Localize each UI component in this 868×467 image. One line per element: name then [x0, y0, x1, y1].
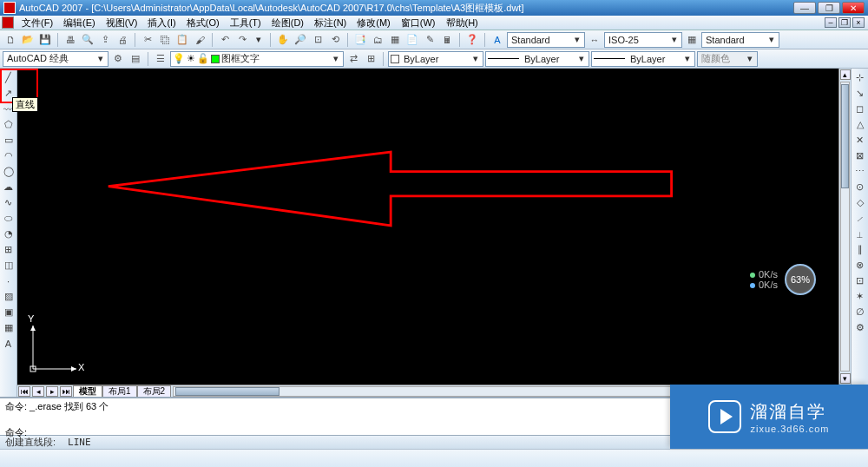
- match-icon[interactable]: 🖌: [192, 32, 207, 48]
- plot-icon[interactable]: 🖨: [115, 32, 130, 48]
- rectangle-icon[interactable]: ▭: [1, 133, 16, 148]
- parallel-icon[interactable]: ∥: [852, 242, 867, 257]
- layer-prev-icon[interactable]: ⇄: [345, 51, 361, 67]
- ws-settings-icon[interactable]: ⚙: [110, 51, 126, 67]
- workspace-combo[interactable]: AutoCAD 经典▾: [3, 51, 108, 67]
- menu-window[interactable]: 窗口(W): [397, 16, 440, 30]
- textstyle-icon[interactable]: A: [490, 32, 505, 48]
- extension-icon[interactable]: ⋯: [852, 164, 867, 179]
- ellipse-icon[interactable]: ⬭: [1, 211, 16, 226]
- zoom-prev-icon[interactable]: ⟲: [327, 32, 343, 48]
- perp-icon[interactable]: ⟂: [852, 227, 867, 241]
- layerprops-icon[interactable]: ☰: [153, 51, 168, 67]
- scroll-thumb-h[interactable]: [175, 387, 279, 396]
- close-button[interactable]: ✕: [842, 2, 865, 14]
- dimstyle-combo[interactable]: ISO-25▾: [604, 32, 682, 48]
- menu-draw[interactable]: 绘图(D): [267, 16, 308, 30]
- scroll-down-icon[interactable]: ▾: [840, 373, 851, 384]
- lineweight-combo[interactable]: ByLayer▾: [591, 51, 695, 67]
- menu-edit[interactable]: 编辑(E): [59, 16, 100, 30]
- spline-icon[interactable]: ∿: [1, 195, 16, 210]
- cpu-percent[interactable]: 63%: [785, 264, 816, 295]
- minimize-button[interactable]: —: [793, 2, 816, 14]
- tab-layout1[interactable]: 布局1: [102, 385, 137, 397]
- paste-icon[interactable]: 📋: [174, 32, 190, 48]
- tab-layout2[interactable]: 布局2: [137, 385, 172, 397]
- calc-icon[interactable]: 🖩: [439, 32, 455, 48]
- tab-nav-last[interactable]: ⏭: [60, 386, 72, 397]
- props-icon[interactable]: 📑: [352, 32, 368, 48]
- hatch-icon[interactable]: ▨: [1, 289, 16, 304]
- doc-icon[interactable]: [2, 16, 14, 29]
- pan-icon[interactable]: ✋: [275, 32, 291, 48]
- revcloud-icon[interactable]: ☁: [1, 180, 16, 194]
- menu-file[interactable]: 文件(F): [17, 16, 57, 30]
- menu-insert[interactable]: 插入(I): [143, 16, 180, 30]
- nearest-icon[interactable]: ✶: [852, 289, 867, 304]
- osnap-settings-icon[interactable]: ⚙: [852, 320, 867, 335]
- print-icon[interactable]: 🖶: [62, 32, 78, 48]
- open-icon[interactable]: 📂: [20, 32, 36, 48]
- tangent-icon[interactable]: ⟋: [852, 211, 867, 226]
- undo-icon[interactable]: ↶: [217, 32, 233, 48]
- color-combo[interactable]: ByLayer▾: [388, 51, 483, 67]
- region-icon[interactable]: ▣: [1, 305, 16, 319]
- redo-icon[interactable]: ↷: [234, 32, 250, 48]
- menu-dim[interactable]: 标注(N): [310, 16, 351, 30]
- maximize-button[interactable]: ❐: [818, 2, 840, 14]
- layer-state-icon[interactable]: ⊞: [363, 51, 378, 67]
- endpoint-icon[interactable]: ◻: [852, 102, 867, 116]
- insert-icon[interactable]: ⊡: [852, 273, 867, 288]
- menu-format[interactable]: 格式(O): [182, 16, 224, 30]
- copy-icon[interactable]: ⿻: [157, 32, 173, 48]
- midpoint-icon[interactable]: △: [852, 117, 867, 132]
- menu-tools[interactable]: 工具(T): [226, 16, 266, 30]
- none-icon[interactable]: ∅: [852, 305, 867, 319]
- arc-icon[interactable]: ◠: [1, 148, 16, 163]
- temp-track-icon[interactable]: ⊹: [852, 70, 867, 85]
- linetype-combo[interactable]: ByLayer▾: [485, 51, 589, 67]
- node-icon[interactable]: ⊗: [852, 258, 867, 273]
- publish-icon[interactable]: ⇪: [97, 32, 113, 48]
- undo-dropdown[interactable]: ▾: [252, 32, 266, 48]
- tab-nav-prev[interactable]: ◂: [32, 386, 44, 397]
- tablestyle-combo[interactable]: Standard▾: [701, 32, 779, 48]
- tpalette-icon[interactable]: ▦: [387, 32, 403, 48]
- tablestyle-icon[interactable]: ▦: [684, 32, 700, 48]
- model-canvas[interactable]: X Y 0K/s 0K/s 63%: [17, 69, 838, 385]
- mdi-restore[interactable]: ❐: [838, 17, 851, 28]
- tab-model[interactable]: 模型: [73, 385, 102, 397]
- menu-view[interactable]: 视图(V): [102, 16, 142, 30]
- line-icon[interactable]: ╱: [1, 70, 16, 85]
- appint-icon[interactable]: ⊠: [852, 148, 867, 163]
- ws-save-icon[interactable]: ▤: [128, 51, 143, 67]
- quadrant-icon[interactable]: ◇: [852, 195, 867, 210]
- point-icon[interactable]: ·: [1, 273, 16, 288]
- menu-modify[interactable]: 修改(M): [352, 16, 395, 30]
- markup-icon[interactable]: ✎: [422, 32, 437, 48]
- mdi-close[interactable]: ×: [852, 17, 865, 28]
- cut-icon[interactable]: ✂: [140, 32, 155, 48]
- dimstyle-icon[interactable]: ↔: [587, 32, 602, 48]
- preview-icon[interactable]: 🔍: [80, 32, 95, 48]
- zoom-rt-icon[interactable]: 🔎: [293, 32, 308, 48]
- intersection-icon[interactable]: ✕: [852, 133, 867, 148]
- make-block-icon[interactable]: ◫: [1, 258, 16, 273]
- mtext-icon[interactable]: A: [1, 336, 16, 351]
- mdi-minimize[interactable]: –: [825, 17, 837, 28]
- insert-block-icon[interactable]: ⊞: [1, 242, 16, 257]
- dcenter-icon[interactable]: 🗂: [370, 32, 385, 48]
- tab-nav-next[interactable]: ▸: [46, 386, 58, 397]
- center-icon[interactable]: ⊙: [852, 180, 867, 194]
- zoom-win-icon[interactable]: ⊡: [310, 32, 326, 48]
- vertical-scrollbar[interactable]: ▴ ▾: [838, 69, 851, 385]
- sheet-icon[interactable]: 📄: [404, 32, 420, 48]
- layer-combo[interactable]: 💡 ☀ 🔓 图框文字▾: [170, 51, 344, 67]
- scroll-up-icon[interactable]: ▴: [840, 69, 851, 80]
- scroll-thumb-v[interactable]: [841, 84, 849, 188]
- from-icon[interactable]: ↘: [852, 86, 867, 101]
- textstyle-combo[interactable]: Standard▾: [507, 32, 585, 48]
- help-icon[interactable]: ❓: [464, 32, 480, 48]
- new-icon[interactable]: 🗋: [3, 32, 18, 48]
- polygon-icon[interactable]: ⬠: [1, 117, 16, 132]
